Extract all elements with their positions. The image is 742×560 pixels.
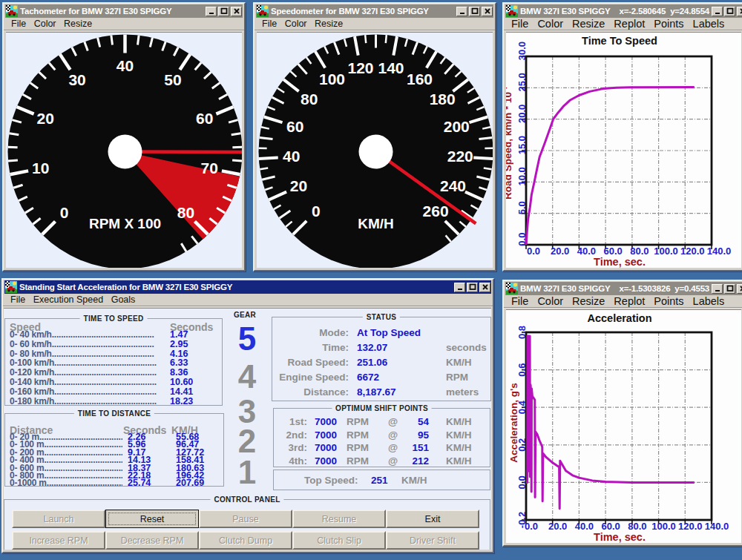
svg-text:200: 200 (444, 118, 470, 135)
svg-text:50: 50 (164, 71, 181, 88)
svg-text:60: 60 (196, 110, 213, 127)
svg-text:70: 70 (201, 159, 218, 177)
svg-text:0: 0 (312, 202, 321, 220)
svg-text:20.0: 20.0 (516, 105, 528, 123)
svg-text:Time, sec.: Time, sec. (594, 256, 646, 268)
svg-text:Road Speed, km/h * 10 ': Road Speed, km/h * 10 ' (506, 87, 513, 200)
svg-text:240: 240 (440, 177, 466, 194)
svg-text:80: 80 (301, 90, 318, 108)
svg-text:140.0: 140.0 (707, 246, 732, 257)
svg-text:25.0: 25.0 (516, 73, 528, 91)
svg-text:180: 180 (430, 90, 456, 108)
svg-text:10.0: 10.0 (516, 167, 528, 185)
svg-text:40.0: 40.0 (575, 521, 594, 532)
svg-text:120.0: 120.0 (678, 521, 703, 532)
svg-text:60.0: 60.0 (601, 521, 620, 532)
svg-text:Acceleration, g's: Acceleration, g's (508, 383, 519, 463)
svg-text:220: 220 (447, 148, 473, 165)
svg-text:15.0: 15.0 (516, 136, 528, 154)
svg-text:40: 40 (283, 148, 300, 165)
svg-text:0.8: 0.8 (516, 326, 528, 339)
svg-text:40.0: 40.0 (577, 246, 596, 257)
svg-text:20.0: 20.0 (551, 246, 569, 257)
svg-text:80.0: 80.0 (628, 521, 646, 532)
svg-text:100: 100 (319, 70, 345, 88)
svg-text:Time To Speed: Time To Speed (582, 35, 657, 47)
svg-text:80: 80 (177, 204, 194, 221)
svg-text:160: 160 (407, 70, 433, 88)
svg-text:140: 140 (378, 59, 404, 76)
svg-text:KM/H: KM/H (358, 216, 394, 231)
svg-text:40: 40 (116, 57, 134, 74)
svg-text:60: 60 (286, 118, 303, 135)
svg-text:140.0: 140.0 (705, 521, 729, 532)
svg-text:0.0: 0.0 (527, 246, 540, 257)
svg-text:100.0: 100.0 (654, 246, 678, 257)
svg-text:60.0: 60.0 (603, 246, 622, 257)
svg-text:20: 20 (37, 110, 54, 127)
svg-text:100.0: 100.0 (651, 521, 676, 532)
svg-text:0.0: 0.0 (516, 475, 528, 489)
svg-text:0.6: 0.6 (516, 363, 528, 377)
svg-text:120: 120 (347, 59, 373, 76)
svg-text:120.0: 120.0 (680, 246, 705, 257)
svg-text:10: 10 (32, 159, 49, 177)
svg-text:RPM X 100: RPM X 100 (89, 216, 161, 231)
svg-text:-0.2: -0.2 (516, 512, 528, 528)
svg-text:5.0: 5.0 (516, 201, 528, 214)
svg-text:20.0: 20.0 (548, 521, 567, 532)
svg-text:0: 0 (60, 204, 69, 221)
svg-text:20: 20 (290, 177, 307, 194)
svg-text:30: 30 (68, 71, 85, 88)
svg-text:80.0: 80.0 (630, 246, 649, 257)
svg-text:30.0: 30.0 (516, 42, 528, 60)
svg-text:Acceleration: Acceleration (587, 312, 651, 324)
svg-text:Time, sec.: Time, sec. (594, 531, 646, 543)
svg-text:260: 260 (423, 202, 449, 220)
